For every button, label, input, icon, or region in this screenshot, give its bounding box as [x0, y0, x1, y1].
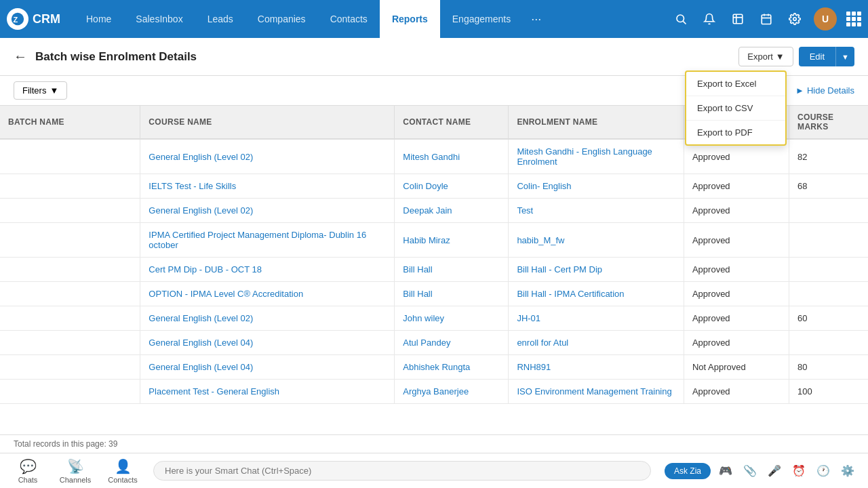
compose-icon[interactable] [728, 9, 747, 28]
chatbar-attach-icon[interactable]: 📎 [741, 462, 760, 480]
col-course-name: COURSE NAME [140, 106, 395, 139]
chatbar-actions: Ask Zia 🎮 📎 🎤 ⏰ 🕐 ⚙️ [665, 462, 857, 480]
cell-enrolment: enroll for Atul [509, 331, 684, 355]
chatbar-settings-icon[interactable]: ⚙️ [838, 462, 857, 480]
calendar-icon[interactable] [757, 9, 776, 28]
cell-marks: 80 [789, 355, 868, 380]
export-excel-item[interactable]: Export to Excel [686, 72, 785, 96]
app-logo[interactable]: Z CRM [7, 8, 60, 30]
chats-label: Chats [18, 476, 38, 484]
contact-link[interactable]: Bill Hall [403, 264, 432, 274]
table-row: OPTION - IPMA Level C® Accreditation Bil… [0, 282, 868, 306]
apps-grid-icon[interactable] [846, 12, 861, 26]
course-link[interactable]: General English (Level 02) [149, 152, 253, 162]
chatbar-tab-channels[interactable]: 📡 Channels [58, 458, 92, 484]
cell-course: IELTS Test - Life Skills [140, 174, 395, 199]
nav-home[interactable]: Home [74, 0, 123, 38]
chatbar-audio-icon[interactable]: 🎤 [765, 462, 784, 480]
contact-link[interactable]: Mitesh Gandhi [403, 152, 460, 162]
course-link[interactable]: General English (Level 04) [149, 362, 253, 372]
course-link[interactable]: OPTION - IPMA Level C® Accreditation [149, 289, 303, 299]
notification-icon[interactable] [700, 9, 719, 28]
cell-contact: Colin Doyle [395, 174, 509, 199]
enrolment-link[interactable]: Test [517, 205, 533, 216]
enrolment-link[interactable]: enroll for Atul [517, 338, 568, 348]
col-enrolment-name: ENROLMENT NAME [509, 106, 684, 139]
chatbar-tab-chats[interactable]: 💬 Chats [11, 458, 45, 484]
course-link[interactable]: General English (Level 04) [149, 338, 253, 348]
enrolment-link[interactable]: Mitesh Gandhi - English Language Enrolme… [517, 146, 652, 167]
cell-enrolment: Bill Hall - IPMA Certification [509, 282, 684, 306]
contact-link[interactable]: Bill Hall [403, 289, 432, 299]
export-pdf-item[interactable]: Export to PDF [686, 121, 785, 144]
edit-caret-button[interactable]: ▼ [835, 47, 854, 66]
filters-button[interactable]: Filters ▼ [14, 81, 67, 100]
svg-text:Z: Z [14, 16, 18, 24]
export-csv-item[interactable]: Export to CSV [686, 96, 785, 121]
cell-status: Approved [684, 223, 789, 258]
subheader-actions: Export ▼ Edit ▼ [738, 47, 854, 66]
table-row: General English (Level 04) Abhishek Rung… [0, 355, 868, 380]
nav-more[interactable]: ··· [523, 0, 549, 38]
cell-contact: Atul Pandey [395, 331, 509, 355]
contact-link[interactable]: Colin Doyle [403, 181, 448, 191]
cell-status: Approved [684, 258, 789, 282]
chatbar-clock-icon[interactable]: ⏰ [789, 462, 808, 480]
contact-link[interactable]: John wiley [403, 313, 444, 323]
total-records-count: 39 [108, 439, 117, 449]
cell-contact: John wiley [395, 306, 509, 331]
contact-link[interactable]: Habib Miraz [403, 235, 450, 245]
enrolment-link[interactable]: Bill Hall - Cert PM Dip [517, 264, 602, 274]
cell-marks: 82 [789, 139, 868, 174]
course-link[interactable]: General English (Level 02) [149, 205, 253, 216]
cell-status: Not Approved [684, 355, 789, 380]
ask-zia-button[interactable]: Ask Zia [665, 463, 711, 479]
cell-course: Cert PM Dip - DUB - OCT 18 [140, 258, 395, 282]
app-name: CRM [33, 12, 60, 26]
chatbar-tab-contacts[interactable]: 👤 Contacts [106, 458, 140, 484]
table-row: IPMA Certified Project Management Diplom… [0, 223, 868, 258]
course-link[interactable]: Cert PM Dip - DUB - OCT 18 [149, 264, 262, 274]
contact-link[interactable]: Abhishek Rungta [403, 362, 470, 372]
cell-enrolment: Bill Hall - Cert PM Dip [509, 258, 684, 282]
cell-enrolment: habib_M_fw [509, 223, 684, 258]
enrolment-link[interactable]: RNH891 [517, 362, 551, 372]
chatbar-history-icon[interactable]: 🕐 [814, 462, 833, 480]
nav-leads[interactable]: Leads [195, 0, 245, 38]
table-body: General English (Level 02) Mitesh Gandhi… [0, 139, 868, 404]
svg-line-3 [683, 21, 686, 24]
enrolment-link[interactable]: Bill Hall - IPMA Certification [517, 289, 624, 299]
course-link[interactable]: IELTS Test - Life Skills [149, 181, 236, 191]
cell-marks [789, 223, 868, 258]
cell-course: General English (Level 04) [140, 355, 395, 380]
nav-contacts[interactable]: Contacts [318, 0, 380, 38]
top-navigation: Z CRM Home SalesInbox Leads Companies Co… [0, 0, 868, 38]
course-link[interactable]: General English (Level 02) [149, 313, 253, 323]
user-avatar[interactable]: U [814, 7, 837, 30]
contact-link[interactable]: Atul Pandey [403, 338, 450, 348]
enrolment-link[interactable]: habib_M_fw [517, 235, 564, 245]
back-button[interactable]: ← [14, 49, 27, 64]
nav-salesinbox[interactable]: SalesInbox [123, 0, 195, 38]
course-link[interactable]: Placement Test - General English [149, 386, 279, 396]
nav-engagements[interactable]: Engagements [440, 0, 523, 38]
channels-icon: 📡 [67, 458, 84, 474]
nav-companies[interactable]: Companies [245, 0, 318, 38]
chats-icon: 💬 [20, 458, 37, 474]
contact-link[interactable]: Arghya Banerjee [403, 386, 469, 396]
chatbar-emoji-icon[interactable]: 🎮 [716, 462, 735, 480]
enrolment-link[interactable]: JH-01 [517, 313, 540, 323]
search-icon[interactable] [671, 9, 690, 28]
course-link[interactable]: IPMA Certified Project Management Diplom… [149, 230, 366, 250]
enrolment-link[interactable]: Colin- English [517, 181, 571, 191]
cell-batch [0, 223, 140, 258]
edit-button[interactable]: Edit [799, 47, 835, 66]
nav-reports[interactable]: Reports [380, 0, 440, 38]
enrolment-link[interactable]: ISO Environment Management Training [517, 386, 671, 396]
smart-chat-input[interactable] [153, 461, 651, 481]
settings-icon[interactable] [785, 9, 804, 28]
export-button[interactable]: Export ▼ [738, 47, 793, 66]
hide-details-button[interactable]: ► Hide Details [795, 85, 854, 96]
cell-batch [0, 306, 140, 331]
contact-link[interactable]: Deepak Jain [403, 205, 452, 216]
